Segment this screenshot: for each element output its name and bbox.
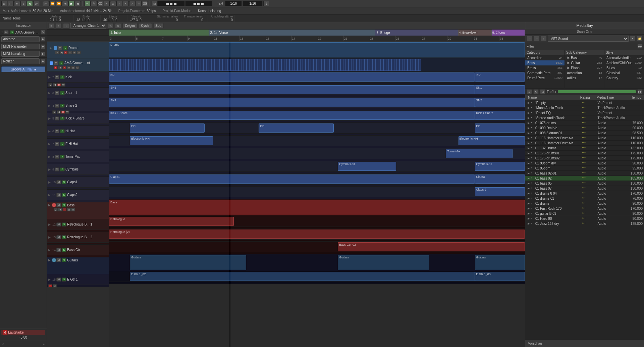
result-play-24[interactable]: ▶ — [527, 221, 531, 226]
lane-hihat[interactable]: HH HH HH — [109, 123, 525, 134]
kicksnare-m[interactable]: M — [55, 116, 59, 120]
drums-ctrl1[interactable]: ● — [55, 51, 59, 54]
mb-up-btn[interactable]: ↑ — [541, 36, 547, 41]
ehihat-expand[interactable]: ▶ — [48, 142, 52, 146]
result-row-19[interactable]: ▶ ▪ 01 drums-01 *** Audio 76.000 — [525, 196, 644, 201]
result-play-13[interactable]: ▶ — [527, 166, 531, 170]
egtr1-expand[interactable]: ▶ — [48, 278, 52, 281]
result-play-19[interactable]: ▶ — [527, 196, 531, 200]
lane-guitars-group[interactable]: Guitars Guitars Guitars — [109, 254, 525, 271]
snare1-expand[interactable]: ▶ — [48, 91, 52, 95]
lane-bass-group[interactable]: Bass — [109, 199, 525, 216]
lane-cymbals[interactable]: Cymbals-01 Cymbals-01 — [109, 161, 525, 172]
scan-orte-btn[interactable]: Scan-Orte — [525, 29, 644, 35]
kick-m[interactable]: M — [55, 75, 59, 79]
drums-ctrl3[interactable]: R — [64, 51, 68, 54]
position-display[interactable]: 1/16 — [243, 1, 263, 6]
sn2c1[interactable]: ● — [52, 110, 56, 114]
subcat-item-1[interactable]: A. Guitar 262 — [565, 60, 604, 65]
result-row-10[interactable]: ▶ ▪ 01 175 drums01 *** Audio 175.000 — [525, 151, 644, 156]
lane-tomsmix[interactable]: Toms-Mix — [109, 148, 525, 159]
result-row-12[interactable]: ▶ ▪ 01 90bpm dry *** Audio 90.000 — [525, 161, 644, 166]
kick-segment[interactable]: KD — [109, 72, 475, 82]
grid-btn[interactable]: ⊞ — [1, 1, 7, 6]
bg-c1[interactable]: ● — [54, 208, 58, 211]
midi-kanal-btn[interactable]: ▶ — [41, 52, 45, 56]
arranger-chain-dropdown[interactable]: Arranger Chain 1 — [70, 23, 106, 29]
bg-c3[interactable]: R — [62, 208, 66, 211]
fwd-btn[interactable]: ⏩ — [56, 1, 62, 6]
lane-snare1[interactable]: SN1 SN1 — [109, 85, 525, 95]
inspector-expand-icon[interactable]: ▲ — [42, 342, 45, 346]
egtr1-segment-1[interactable]: E Gtr 1_02 — [130, 272, 475, 281]
akkorde-btn[interactable]: ▶ — [41, 37, 45, 42]
inspector-settings-btn[interactable]: ✎ — [41, 30, 45, 35]
tomsmix-s[interactable]: S — [60, 155, 65, 159]
arranger-arrow-down[interactable]: ↓ — [63, 23, 69, 29]
hihat-m[interactable]: M — [55, 129, 59, 133]
claps1-m[interactable]: M — [56, 180, 61, 184]
lane-ama[interactable] — [109, 58, 525, 72]
style-item-3[interactable]: Classical 537 — [604, 70, 644, 76]
bg-c4[interactable]: W — [67, 208, 71, 211]
metronome-btn[interactable]: ♩ — [263, 1, 269, 6]
result-row-16[interactable]: ▶ ▪ 01 bass 05 *** Audio 130.000 — [525, 181, 644, 186]
result-row-4[interactable]: ▶ ▪ 01 075 drums *** Audio 75.000 — [525, 120, 644, 126]
result-row-18[interactable]: ▶ ▪ 01 drums 8 04 *** Audio 170.000 — [525, 191, 644, 196]
result-play-14[interactable]: ▶ — [527, 171, 531, 175]
split-tool[interactable]: ✂ — [104, 1, 110, 6]
result-row-2[interactable]: ▶ ▪ !Reset EQ *** VstPreset — [525, 110, 644, 115]
lane-retrologue1[interactable]: Retrologue — [109, 216, 525, 227]
arranger-x-btn[interactable]: ✕ — [115, 23, 121, 29]
retro2-expand[interactable]: ▶ — [48, 236, 52, 239]
result-row-20[interactable]: ▶ ▪ 01 drums *** Audio 90.000 — [525, 201, 644, 206]
mute-tool[interactable]: ✕ — [123, 1, 129, 6]
ama-ctrl4[interactable]: W — [67, 66, 71, 69]
sn2c4[interactable]: W — [65, 110, 69, 114]
claps2-expand[interactable]: ▶ — [48, 193, 52, 197]
next-btn[interactable]: ⏭ — [62, 1, 68, 6]
retro2-s[interactable]: S — [62, 235, 66, 239]
sn2c2[interactable]: ◀ — [57, 110, 61, 114]
sum-sigma-btn[interactable]: Σ — [527, 89, 532, 94]
result-play-5[interactable]: ▶ — [527, 126, 531, 130]
cycle-btn[interactable]: Cycle — [139, 23, 152, 28]
ehihat-m[interactable]: M — [55, 142, 59, 146]
track-ama-m[interactable]: M — [54, 61, 58, 65]
result-row-11[interactable]: ▶ ▪ 01 175 drums02 *** Audio 175.000 — [525, 156, 644, 161]
tomsmix-m[interactable]: M — [55, 155, 59, 159]
glue-tool[interactable]: ≡ — [116, 1, 122, 6]
result-play-10[interactable]: ▶ — [527, 151, 531, 155]
ehihat-segment-2[interactable]: Electronic HH — [459, 136, 525, 145]
result-row-13[interactable]: ▶ ▪ 01 95bpm *** Audio 95.000 — [525, 166, 644, 171]
track-scroll-area[interactable]: ▶ M S Drums ● ◀ R W ⊞ — [47, 42, 525, 347]
claps1-expand[interactable]: ▶ — [48, 181, 52, 184]
midi-tool[interactable]: ♫ — [136, 1, 142, 6]
arranger-arrow-up[interactable]: ↑ — [56, 23, 62, 29]
lane-claps2[interactable]: Claps 2 — [109, 187, 525, 197]
zoom-btn[interactable]: Zoo — [153, 23, 164, 28]
subcat-item-4[interactable]: Adlibs 17 — [565, 76, 604, 81]
kick-c4[interactable]: W — [61, 83, 65, 87]
track-drums-m[interactable]: M — [58, 46, 62, 50]
snap-btn[interactable]: ◫ — [8, 1, 14, 6]
result-play-15[interactable]: ▶ — [527, 176, 531, 180]
bg-c5[interactable]: ⊞ — [71, 208, 75, 211]
kicksnare-segment-2[interactable]: Kick + Snare — [475, 111, 525, 120]
bassgtr-s[interactable]: S — [62, 248, 66, 252]
lane-kicksnare[interactable]: Kick + Snare Kick + Snare — [109, 110, 525, 121]
kick-c2[interactable]: ◀ — [53, 83, 57, 87]
claps2-segment[interactable]: Claps 2 — [475, 187, 525, 196]
akkorde-row[interactable]: Akkorde ▶ — [0, 36, 47, 43]
result-play-1[interactable]: ▶ — [527, 106, 531, 110]
guitars-m[interactable]: M — [56, 258, 61, 262]
zoom-tool[interactable]: ⊕ — [110, 1, 116, 6]
retro1-expand[interactable]: ▶ — [48, 223, 52, 226]
filter-expand-btn[interactable]: ▶▶ — [637, 44, 643, 49]
style-item-0[interactable]: Alternative/Indie 210 — [604, 55, 644, 60]
sum-img-btn[interactable]: ⊡ — [540, 89, 545, 94]
bg-c2[interactable]: ◀ — [58, 208, 62, 211]
guitars-seg1[interactable]: Guitars — [130, 255, 246, 270]
snare2-segment[interactable]: SN2 — [109, 98, 475, 107]
claps1-s[interactable]: S — [62, 180, 66, 184]
